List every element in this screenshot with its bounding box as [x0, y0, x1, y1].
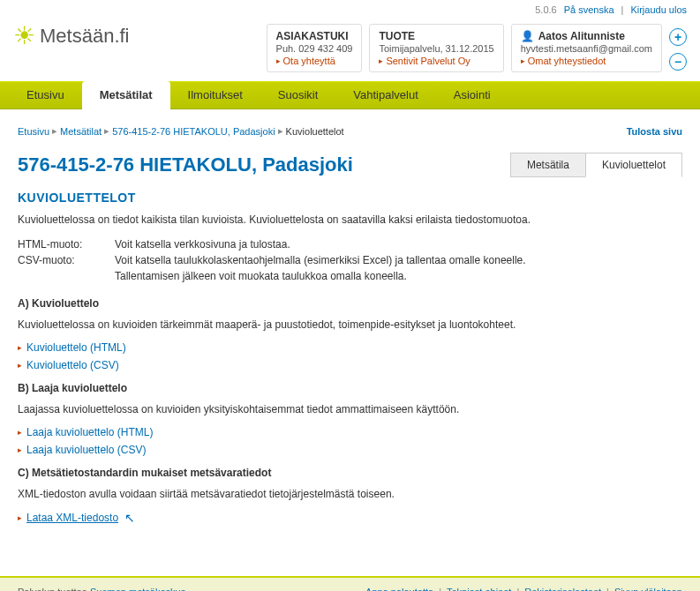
breadcrumb-current: Kuvioluettelot: [286, 126, 344, 137]
lataa-xml-link[interactable]: ▸ Lataa XML-tiedosto ↖: [18, 511, 682, 525]
link-text: Laaja kuvioluettelo (HTML): [26, 426, 153, 438]
section-b-desc: Laajassa kuvioluettelossa on kuvioiden y…: [18, 401, 682, 417]
link-text: Kuvioluettelo (HTML): [26, 341, 126, 354]
page-title: 576-415-2-76 HIETAKOLU, Padasjoki: [18, 153, 353, 176]
breadcrumb-item[interactable]: Etusivu: [18, 126, 49, 137]
footer-registry-link[interactable]: Rekisteriselosteet: [524, 587, 601, 591]
kuvioluettelo-html-link[interactable]: ▸ Kuvioluettelo (HTML): [18, 341, 682, 354]
provider-label: Palvelun tuottaa: [18, 587, 90, 591]
link-text: Kuvioluettelo (CSV): [26, 359, 119, 371]
arrow-icon: ▸: [18, 361, 22, 370]
info-boxes: ASIAKASTUKI Puh. 029 432 409 ▸ Ota yhtey…: [267, 24, 687, 72]
version-label: 5.0.6: [535, 4, 556, 15]
laaja-csv-link[interactable]: ▸ Laaja kuvioluettelo (CSV): [18, 444, 682, 456]
content: Etusivu ▸ Metsätilat ▸ 576-415-2-76 HIET…: [0, 109, 700, 550]
format-csv-desc2: Tallentamisen jälkeen voit muokata taulu…: [115, 268, 407, 284]
support-box: ASIAKASTUKI Puh. 029 432 409 ▸ Ota yhtey…: [267, 24, 363, 72]
arrow-icon: ▸: [18, 428, 22, 437]
breadcrumb-item[interactable]: Metsätilat: [60, 126, 102, 137]
user-email: hyvtesti.metsaanfi@gmail.com: [521, 43, 652, 54]
main-nav: Etusivu Metsätilat Ilmoitukset Suosikit …: [0, 81, 700, 109]
link-text: Laaja kuvioluettelo (CSV): [26, 444, 146, 456]
nav-etusivu[interactable]: Etusivu: [9, 81, 82, 108]
footer-feedback-link[interactable]: Anna palautetta: [365, 587, 433, 591]
breadcrumb: Etusivu ▸ Metsätilat ▸ 576-415-2-76 HIET…: [18, 118, 682, 144]
logo[interactable]: ☀ Metsään.fi: [13, 24, 130, 49]
footer-links: Anna palautetta | Tekniset ohjeet | Reki…: [365, 587, 682, 591]
product-link[interactable]: ▸ Sentivit Palvelut Oy: [379, 56, 493, 66]
user-name: Aatos Alitunniste: [538, 30, 625, 42]
user-link-text: Omat yhteystiedot: [528, 56, 606, 66]
arrow-icon: ▸: [521, 56, 525, 65]
footer-top-link[interactable]: Sivun ylälaitaan: [614, 587, 682, 591]
nav-suosikit[interactable]: Suosikit: [260, 81, 336, 108]
person-icon: 👤: [521, 30, 534, 42]
logo-text: Metsään.fi: [40, 25, 130, 48]
chevron-icon: ▸: [278, 125, 283, 137]
support-link[interactable]: ▸ Ota yhteyttä: [276, 56, 353, 66]
section-a-title: A) Kuvioluettelo: [18, 297, 682, 310]
tab-kuvioluettelot[interactable]: Kuvioluettelot: [585, 153, 682, 177]
zoom-in-button[interactable]: +: [669, 28, 687, 46]
language-link[interactable]: På svenska: [564, 4, 614, 15]
nav-asiointi[interactable]: Asiointi: [436, 81, 508, 108]
intro-text: Kuvioluettelossa on tiedot kaikista tila…: [18, 212, 682, 228]
user-title: 👤 Aatos Alitunniste: [521, 30, 652, 42]
product-title: TUOTE: [379, 30, 493, 42]
chevron-icon: ▸: [104, 125, 109, 137]
footer-tech-link[interactable]: Tekniset ohjeet: [447, 587, 511, 591]
user-box: 👤 Aatos Alitunniste hyvtesti.metsaanfi@g…: [511, 24, 662, 72]
kuvioluettelo-csv-link[interactable]: ▸ Kuvioluettelo (CSV): [18, 359, 682, 371]
header: ☀ Metsään.fi ASIAKASTUKI Puh. 029 432 40…: [0, 19, 700, 81]
product-link-text: Sentivit Palvelut Oy: [386, 56, 470, 66]
arrow-icon: ▸: [276, 56, 281, 65]
nav-vahtipalvelut[interactable]: Vahtipalvelut: [335, 81, 435, 108]
cursor-icon: ↖: [124, 511, 135, 525]
nav-ilmoitukset[interactable]: Ilmoitukset: [170, 81, 260, 108]
provider-link[interactable]: Suomen metsäkeskus: [90, 587, 185, 591]
link-text: Lataa XML-tiedosto: [26, 512, 118, 524]
tab-metsatila[interactable]: Metsätila: [510, 153, 585, 177]
support-title: ASIAKASTUKI: [276, 30, 353, 42]
chevron-icon: ▸: [52, 125, 57, 137]
zoom-out-button[interactable]: −: [669, 53, 687, 71]
section-c-title: C) Metsätietostandardin mukaiset metsäva…: [18, 467, 682, 479]
product-box: TUOTE Toimijapalvelu, 31.12.2015 ▸ Senti…: [369, 24, 503, 72]
nav-metsatilat[interactable]: Metsätilat: [82, 81, 170, 109]
format-csv-label: CSV-muoto:: [18, 252, 115, 268]
arrow-icon: ▸: [18, 513, 22, 522]
page-title-row: 576-415-2-76 HIETAKOLU, Padasjoki Metsät…: [18, 153, 682, 177]
format-html-label: HTML-muoto:: [18, 236, 115, 252]
footer: Palvelun tuottaa Suomen metsäkeskus Anna…: [0, 576, 700, 591]
zoom-controls: + −: [669, 24, 687, 71]
page-tabs: Metsätila Kuvioluettelot: [510, 153, 682, 177]
laaja-html-link[interactable]: ▸ Laaja kuvioluettelo (HTML): [18, 426, 682, 438]
footer-provider: Palvelun tuottaa Suomen metsäkeskus: [18, 587, 185, 591]
support-link-text: Ota yhteyttä: [283, 56, 335, 66]
top-bar: 5.0.6 På svenska | Kirjaudu ulos: [0, 0, 700, 19]
arrow-icon: ▸: [18, 343, 22, 352]
logo-icon: ☀: [13, 24, 35, 49]
logout-link[interactable]: Kirjaudu ulos: [630, 4, 687, 15]
section-heading: KUVIOLUETTELOT: [18, 191, 682, 205]
format-list: HTML-muoto: Voit katsella verkkosivuna j…: [18, 236, 682, 284]
section-b-title: B) Laaja kuvioluettelo: [18, 382, 682, 394]
print-link[interactable]: Tulosta sivu: [627, 126, 682, 137]
format-html-desc: Voit katsella verkkosivuna ja tulostaa.: [115, 236, 290, 252]
format-csv-desc1: Voit katsella taulukkolaskentaohjelmalla…: [115, 252, 526, 268]
section-c-desc: XML-tiedoston avulla voidaan siirtää met…: [18, 486, 682, 502]
breadcrumb-item[interactable]: 576-415-2-76 HIETAKOLU, Padasjoki: [112, 126, 275, 137]
separator: |: [621, 4, 624, 15]
section-a-desc: Kuvioluettelossa on kuvioiden tärkeimmät…: [18, 317, 682, 333]
arrow-icon: ▸: [379, 56, 383, 65]
product-sub: Toimijapalvelu, 31.12.2015: [379, 43, 493, 54]
support-phone: Puh. 029 432 409: [276, 43, 353, 54]
arrow-icon: ▸: [18, 445, 22, 454]
user-link[interactable]: ▸ Omat yhteystiedot: [521, 56, 652, 66]
